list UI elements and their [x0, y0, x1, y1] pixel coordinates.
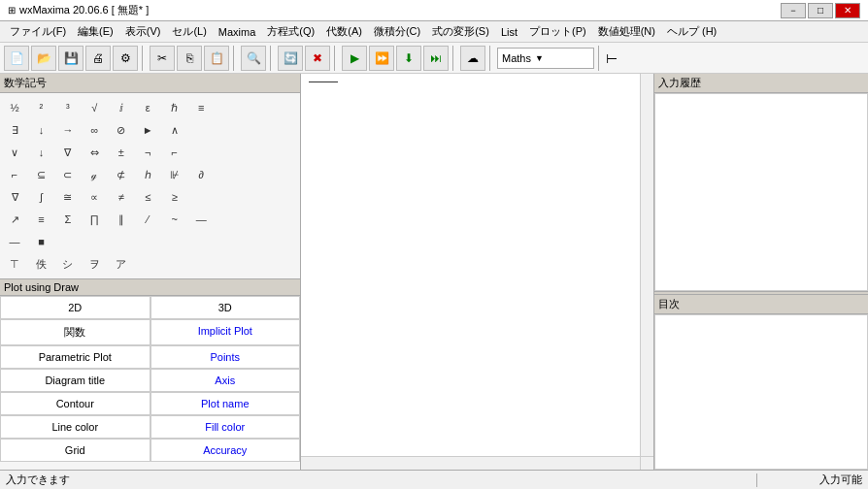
sym-half[interactable]: ½	[4, 97, 25, 118]
menu-cell[interactable]: セル(L)	[166, 22, 212, 41]
sym-notsub[interactable]: ⊄	[111, 164, 132, 185]
sym-neq[interactable]: ≠	[111, 186, 132, 208]
menu-maxima[interactable]: Maxima	[213, 24, 262, 40]
sym-sqrt[interactable]: √	[83, 97, 105, 118]
toolbar-run-green2[interactable]: ⏩	[369, 46, 394, 71]
sym-tilde[interactable]: ~	[164, 209, 185, 230]
menu-numeric[interactable]: 数値処理(N)	[592, 22, 661, 41]
sym-or[interactable]: ∨	[4, 142, 25, 163]
plot-grid[interactable]: Grid	[0, 439, 150, 462]
sym-leq[interactable]: ≤	[137, 186, 158, 208]
toolbar-copy[interactable]: ⎘	[177, 46, 202, 71]
sym-wo[interactable]: ヲ	[83, 253, 105, 275]
history-content[interactable]	[654, 93, 868, 291]
plot-name[interactable]: Plot name	[150, 392, 301, 415]
toolbar-stop[interactable]: ✖	[305, 46, 330, 71]
plot-diagram-title[interactable]: Diagram title	[0, 369, 150, 392]
sym-and[interactable]: ∧	[164, 119, 185, 141]
menu-help[interactable]: ヘルプ (H)	[661, 22, 722, 41]
sym-iff[interactable]: ⇔	[83, 142, 105, 163]
sym-dash[interactable]: —	[190, 209, 212, 230]
sym-prop[interactable]: ∝	[83, 186, 105, 208]
sym-integral[interactable]: ∫	[30, 186, 51, 208]
plot-fill-color[interactable]: Fill color	[150, 415, 301, 439]
toc-content[interactable]	[654, 314, 868, 470]
toolbar-weather[interactable]: ☁	[460, 46, 485, 71]
sym-downarrow[interactable]: ↓	[30, 119, 51, 141]
menu-list[interactable]: List	[495, 24, 523, 40]
sym-subset[interactable]: ⊂	[57, 164, 79, 185]
plot-accuracy[interactable]: Accuracy	[150, 439, 301, 462]
sym-i[interactable]: ⅈ	[111, 97, 132, 118]
plot-2d[interactable]: 2D	[0, 296, 150, 319]
menu-file[interactable]: ファイル(F)	[4, 22, 72, 41]
plot-implicit[interactable]: Implicit Plot	[150, 319, 301, 345]
sym-infty[interactable]: ∞	[83, 119, 105, 141]
toolbar-print[interactable]: 🖨	[85, 46, 111, 71]
close-button[interactable]: ✕	[835, 3, 860, 18]
sym-sq2[interactable]: ²	[30, 97, 51, 118]
menu-edit[interactable]: 編集(E)	[72, 22, 119, 41]
sym-not[interactable]: ¬	[137, 142, 158, 163]
sym-si[interactable]: シ	[57, 253, 79, 275]
plot-line-color[interactable]: Line color	[0, 415, 150, 439]
sym-nabla-s[interactable]: ∇	[57, 142, 79, 163]
menu-equations[interactable]: 方程式(Q)	[261, 22, 320, 41]
plot-axis[interactable]: Axis	[150, 369, 301, 392]
toolbar-new[interactable]: 📄	[4, 46, 29, 71]
toolbar-search[interactable]: 🔍	[241, 46, 266, 71]
cell-type-dropdown[interactable]: Maths ▼	[497, 48, 594, 69]
toolbar-settings[interactable]: ⚙	[113, 46, 138, 71]
toolbar-save[interactable]: 💾	[58, 46, 83, 71]
sym-rightarrow[interactable]: →	[57, 119, 79, 141]
sym-g[interactable]: ℊ	[83, 164, 105, 185]
sym-prod[interactable]: ∏	[83, 209, 105, 230]
menu-view[interactable]: 表示(V)	[119, 22, 167, 41]
sym-parallel[interactable]: ∥	[111, 209, 132, 230]
sym-triangle[interactable]: ►	[137, 119, 158, 141]
sym-hbar[interactable]: ℏ	[164, 97, 185, 118]
toolbar-paste[interactable]: 📋	[204, 46, 229, 71]
sym-nearrow[interactable]: ↗	[4, 209, 25, 230]
sym-pm[interactable]: ±	[111, 142, 132, 163]
toolbar-refresh[interactable]: 🔄	[278, 46, 303, 71]
sym-down2[interactable]: ↓	[30, 142, 51, 163]
sym-nabla[interactable]: ∇	[4, 186, 25, 208]
center-editor[interactable]	[301, 74, 640, 456]
menu-calculus[interactable]: 微積分(C)	[368, 22, 426, 41]
sym-ul-c[interactable]: ⌐	[4, 164, 25, 185]
maximize-button[interactable]: □	[808, 3, 833, 18]
sym-square[interactable]: ■	[30, 231, 51, 252]
menu-plot[interactable]: プロット(P)	[523, 22, 592, 41]
plot-contour[interactable]: Contour	[0, 392, 150, 415]
sym-oslash[interactable]: ⊘	[111, 119, 132, 141]
plot-parametric[interactable]: Parametric Plot	[0, 345, 150, 369]
plot-3d[interactable]: 3D	[150, 296, 301, 319]
toolbar-skip[interactable]: ⏭	[423, 46, 449, 71]
sym-div[interactable]: ∕	[137, 209, 158, 230]
menu-algebra[interactable]: 代数(A)	[320, 22, 368, 41]
sym-sq3[interactable]: ³	[57, 97, 79, 118]
sym-equiv[interactable]: ≡	[190, 97, 212, 118]
sym-sum[interactable]: Σ	[57, 209, 79, 230]
toolbar-cut[interactable]: ✂	[150, 46, 175, 71]
toolbar-run-green[interactable]: ▶	[342, 46, 367, 71]
sym-notl[interactable]: ⌐	[164, 142, 185, 163]
sym-exists[interactable]: ∃	[4, 119, 25, 141]
sym-yiku[interactable]: 佚	[30, 253, 51, 275]
sym-epsilon[interactable]: ε	[137, 97, 158, 118]
sym-dash2[interactable]: —	[4, 231, 25, 252]
minimize-button[interactable]: －	[781, 3, 806, 18]
plot-function[interactable]: 関数	[0, 319, 150, 345]
sym-h[interactable]: ℎ	[137, 164, 158, 185]
toolbar-open[interactable]: 📂	[31, 46, 56, 71]
sym-subseteq[interactable]: ⊆	[30, 164, 51, 185]
vertical-scrollbar[interactable]	[640, 74, 653, 456]
sym-a[interactable]: ア	[111, 253, 132, 275]
sym-vdash-ne[interactable]: ⊮	[164, 164, 185, 185]
toolbar-download[interactable]: ⬇	[396, 46, 421, 71]
menu-simplify[interactable]: 式の変形(S)	[426, 22, 495, 41]
sym-top[interactable]: ⊤	[4, 253, 25, 275]
sym-partial[interactable]: ∂	[190, 164, 212, 185]
horizontal-scrollbar[interactable]	[301, 456, 640, 470]
